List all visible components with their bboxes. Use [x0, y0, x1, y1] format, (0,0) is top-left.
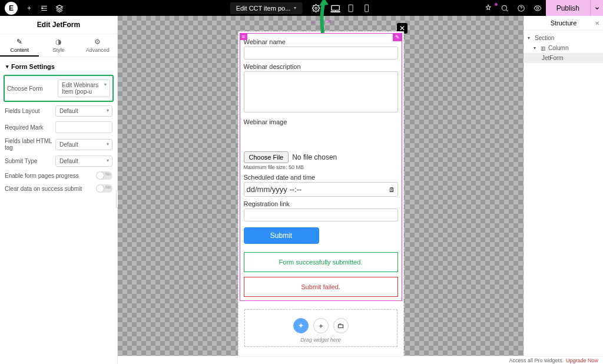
choose-form-label: Choose Form — [7, 85, 58, 92]
tablet-device-icon[interactable] — [347, 4, 356, 12]
reg-field-input[interactable] — [244, 209, 398, 221]
finder-search-icon[interactable] — [496, 4, 513, 12]
control-submit-type: Submit Type Default — [0, 153, 117, 169]
required-mark-input[interactable] — [55, 121, 112, 133]
fail-message: Submit failed. — [244, 277, 398, 297]
svg-rect-4 — [365, 5, 368, 12]
date-field-label: Scheduled date and time — [244, 174, 398, 181]
structure-title: Structure ✕ — [524, 16, 603, 31]
desktop-device-icon[interactable] — [330, 4, 340, 12]
svg-point-7 — [536, 7, 539, 9]
choose-form-select[interactable]: Edit Webinars Item (pop-u — [58, 80, 110, 97]
required-mark-label: Required Mark — [5, 124, 55, 131]
elementor-logo[interactable]: E — [5, 2, 18, 15]
preview-icon[interactable] — [529, 4, 546, 12]
panel-title: Edit JetForm — [0, 16, 117, 34]
add-section-icon[interactable]: ＋ — [310, 18, 316, 27]
section-form-settings[interactable]: Form Settings — [0, 57, 117, 74]
topbar-center: Edit CCT item po... ▾ — [230, 2, 373, 14]
dropzone-hint: Drag widget here — [245, 337, 397, 343]
tree-column[interactable]: ▾▥Column — [524, 43, 603, 53]
file-hint-text: Maximum file size: 50 MB — [244, 164, 398, 170]
footer-bar: Access all Pro widgets. Upgrade Now — [118, 356, 603, 364]
tree-section[interactable]: ▾Section — [524, 33, 603, 43]
widget-settings-panel: Edit JetForm ✎Content ◑Style ⚙Advanced F… — [0, 16, 118, 364]
name-field-input[interactable] — [244, 47, 398, 59]
label-tag-select[interactable]: Default — [55, 139, 112, 150]
tab-advanced[interactable]: ⚙Advanced — [78, 34, 117, 57]
control-fields-layout: Fields Layout Default — [0, 103, 117, 119]
pages-progress-toggle[interactable]: No — [96, 171, 112, 180]
svg-point-0 — [42, 8, 43, 9]
reg-field-label: Registration link — [244, 200, 398, 207]
clear-success-toggle[interactable]: No — [96, 184, 112, 193]
pages-progress-label: Enable form pages progress — [5, 173, 96, 179]
structure-tree: ▾Section ▾▥Column JetForm — [524, 31, 603, 65]
calendar-icon: 🗓 — [389, 186, 395, 193]
fields-layout-select[interactable]: Default — [55, 105, 112, 117]
image-field-label: Webinar image — [244, 118, 398, 125]
popup-container: ＋ ⠿ ✕ ✕ ≡ ✎ Webinar name Webinar descrip… — [238, 21, 404, 359]
help-icon[interactable] — [513, 4, 529, 12]
delete-section-icon[interactable]: ✕ — [327, 18, 332, 27]
desc-field-label: Webinar description — [244, 63, 398, 70]
choose-file-button[interactable]: Choose File — [244, 151, 289, 163]
dropzone-add-icon[interactable]: ＋ — [313, 318, 329, 333]
footer-text: Access all Pro widgets. — [509, 358, 564, 363]
document-title-text: Edit CCT item po... — [236, 5, 291, 12]
tree-jetform[interactable]: JetForm — [524, 53, 603, 63]
svg-rect-3 — [349, 5, 353, 12]
page-settings-icon[interactable] — [312, 4, 320, 12]
date-placeholder: dd/mm/yyyy --:-- — [247, 185, 302, 194]
site-settings-icon[interactable] — [40, 4, 48, 12]
jetform-widget[interactable]: ≡ ✎ Webinar name Webinar description Web… — [240, 33, 402, 301]
control-label-tag: Fields label HTML tag Default — [0, 135, 117, 153]
widget-type-badge: ≡ — [240, 33, 247, 40]
widget-edit-icon[interactable]: ✎ — [393, 33, 402, 41]
popup-body: ≡ ✎ Webinar name Webinar description Web… — [238, 31, 404, 359]
desc-field-input[interactable] — [244, 71, 398, 112]
chevron-down-icon: ▾ — [294, 5, 296, 11]
tab-style[interactable]: ◑Style — [39, 34, 78, 57]
section-handles: ＋ ⠿ ✕ — [310, 18, 332, 27]
mobile-device-icon[interactable] — [363, 4, 373, 12]
topbar-right: Publish — [480, 0, 603, 16]
submit-button[interactable]: Submit — [244, 227, 319, 244]
svg-point-5 — [502, 5, 506, 10]
submit-type-label: Submit Type — [5, 158, 55, 164]
dropzone-folder-icon[interactable]: 🗀 — [333, 318, 349, 333]
success-message: Form successfully submitted. — [244, 252, 398, 272]
structure-close-icon[interactable]: ✕ — [595, 20, 599, 27]
style-icon: ◑ — [39, 38, 78, 46]
gear-icon: ⚙ — [78, 38, 117, 46]
editor-canvas: ＋ ⠿ ✕ ✕ ≡ ✎ Webinar name Webinar descrip… — [118, 16, 524, 364]
svg-rect-2 — [332, 5, 339, 10]
top-bar: E ＋ Edit CCT item po... ▾ — [0, 0, 603, 16]
control-choose-form: Choose Form Edit Webinars Item (pop-u — [4, 75, 114, 102]
dropzone-buttons: ✦ ＋ 🗀 — [245, 318, 397, 333]
whats-new-icon[interactable] — [480, 4, 496, 12]
label-tag-label: Fields label HTML tag — [5, 138, 55, 151]
date-field-input[interactable]: dd/mm/yyyy --:-- 🗓 — [244, 182, 398, 197]
upgrade-link[interactable]: Upgrade Now — [566, 358, 598, 363]
dropzone-magic-icon[interactable]: ✦ — [293, 318, 309, 333]
file-upload-row: Choose File No file chosen — [244, 151, 398, 163]
control-required-mark: Required Mark — [0, 119, 117, 135]
submit-type-select[interactable]: Default — [55, 155, 112, 167]
responsive-devices — [330, 4, 373, 12]
publish-button[interactable]: Publish — [546, 0, 590, 16]
layers-icon[interactable] — [55, 4, 64, 12]
panel-tabs: ✎Content ◑Style ⚙Advanced — [0, 34, 117, 57]
column-icon: ▥ — [541, 45, 546, 51]
structure-panel: Structure ✕ ▾Section ▾▥Column JetForm — [524, 16, 603, 356]
control-pages-progress: Enable form pages progress No — [0, 169, 117, 182]
widget-dropzone[interactable]: ✦ ＋ 🗀 Drag widget here — [244, 309, 397, 347]
add-element-icon[interactable]: ＋ — [25, 4, 33, 12]
svg-point-1 — [315, 7, 317, 9]
control-clear-success: Clear data on success submit No — [0, 182, 117, 195]
tab-content[interactable]: ✎Content — [0, 34, 39, 57]
document-title[interactable]: Edit CCT item po... ▾ — [230, 2, 303, 14]
publish-dropdown[interactable] — [590, 0, 603, 16]
pencil-icon: ✎ — [0, 38, 39, 46]
drag-section-icon[interactable]: ⠿ — [319, 18, 323, 27]
